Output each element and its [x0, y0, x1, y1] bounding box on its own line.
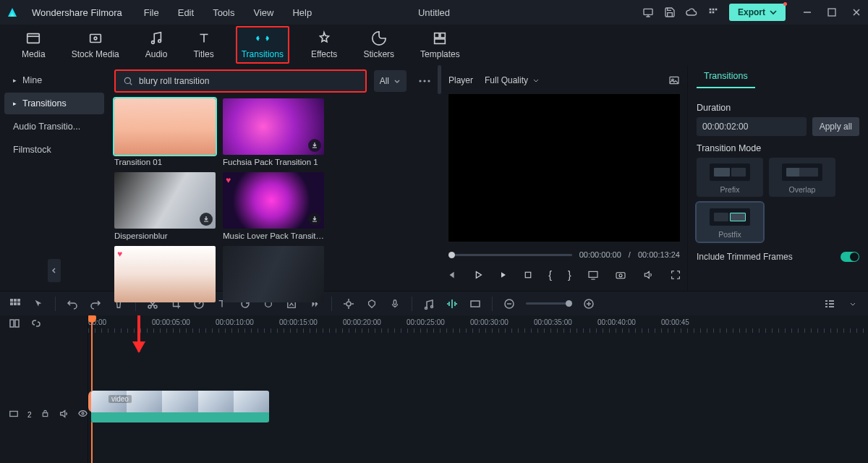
duration-input[interactable]: 00:00:02:00	[697, 117, 807, 136]
snapshot-icon[interactable]	[668, 75, 680, 86]
track-visibility-icon[interactable]	[77, 408, 88, 421]
play-fwd-icon[interactable]	[499, 269, 508, 281]
mark-out-icon[interactable]: }	[568, 269, 571, 281]
trimmed-frames-toggle[interactable]	[841, 252, 859, 262]
svg-rect-27	[10, 299, 13, 302]
menu-tools[interactable]: Tools	[213, 7, 234, 18]
volume-icon[interactable]	[642, 269, 654, 281]
category-sidebar: ▸Mine ▸Transitions Audio Transitio... Fi…	[0, 65, 109, 291]
svg-rect-30	[10, 302, 13, 305]
download-icon[interactable]	[308, 139, 321, 152]
window-minimize-icon[interactable]	[801, 7, 813, 18]
window-maximize-icon[interactable]	[826, 7, 838, 18]
sidebar-item-filmstock[interactable]: Filmstock	[4, 139, 104, 161]
camera-icon[interactable]	[615, 269, 626, 281]
track-lock-icon[interactable]	[41, 409, 50, 420]
properties-tab-transitions[interactable]: Transitions	[697, 65, 755, 88]
search-field[interactable]	[114, 69, 367, 93]
cloud-icon[interactable]	[686, 7, 697, 18]
svg-point-33	[148, 305, 151, 308]
zoom-slider[interactable]	[526, 302, 572, 305]
player-controls: { }	[448, 265, 680, 285]
menu-help[interactable]: Help	[292, 7, 312, 18]
mark-in-icon[interactable]: {	[548, 269, 552, 281]
svg-rect-9	[27, 34, 40, 43]
tab-media[interactable]: Media	[17, 27, 50, 62]
app-name: Wondershare Filmora	[32, 7, 122, 18]
mode-overlap[interactable]: Overlap	[769, 158, 835, 197]
search-icon	[123, 76, 133, 86]
apps-icon[interactable]	[707, 7, 719, 18]
svg-rect-46	[825, 303, 827, 305]
ruler-tick: 00:00:05:00	[152, 318, 190, 326]
scrollbar[interactable]	[438, 65, 441, 94]
undo-icon[interactable]	[66, 297, 79, 310]
link-icon[interactable]	[30, 318, 42, 331]
menu-edit[interactable]: Edit	[178, 7, 194, 18]
tab-effects[interactable]: Effects	[307, 27, 341, 62]
sidebar-item-mine[interactable]: ▸Mine	[4, 69, 104, 91]
tab-titles[interactable]: Titles	[189, 27, 218, 62]
play-icon[interactable]	[473, 269, 483, 281]
layout-icon[interactable]	[9, 297, 22, 310]
app-logo	[6, 6, 19, 19]
tab-audio[interactable]: Audio	[141, 27, 172, 62]
display-icon[interactable]	[587, 269, 599, 281]
menu-file[interactable]: File	[144, 7, 159, 18]
download-icon[interactable]	[308, 213, 321, 226]
sidebar-collapse-button[interactable]	[48, 259, 61, 282]
export-button[interactable]: Export	[729, 4, 786, 21]
track-reorder-icon[interactable]	[9, 318, 20, 331]
stop-icon[interactable]	[524, 269, 532, 281]
search-input[interactable]	[139, 76, 358, 86]
ratio-icon[interactable]	[469, 297, 482, 310]
playhead[interactable]	[91, 315, 93, 463]
tab-stickers[interactable]: Stickers	[359, 27, 399, 62]
zoom-out-icon[interactable]	[503, 297, 516, 310]
transition-thumb[interactable]: ♥	[114, 246, 216, 305]
redo-icon[interactable]	[89, 297, 102, 310]
tab-templates[interactable]: Templates	[416, 27, 464, 62]
time-current: 00:00:00:00	[579, 250, 621, 259]
svg-rect-16	[435, 39, 446, 43]
cursor-icon[interactable]	[32, 297, 45, 310]
auto-beat-icon[interactable]	[446, 297, 459, 310]
ruler-tick: 00:00:30:00	[470, 318, 509, 326]
quality-dropdown[interactable]: Full Quality	[485, 75, 540, 85]
menu-view[interactable]: View	[253, 7, 273, 18]
save-icon[interactable]	[664, 7, 676, 18]
sidebar-item-audio-transitions[interactable]: Audio Transitio...	[4, 116, 104, 137]
transition-thumb[interactable]: Transition 01	[114, 98, 216, 166]
more-button[interactable]	[414, 70, 435, 92]
svg-point-19	[423, 80, 425, 82]
mode-prefix[interactable]: Prefix	[697, 158, 763, 197]
video-preview[interactable]	[448, 94, 680, 242]
filter-dropdown[interactable]: All	[374, 70, 407, 92]
device-icon[interactable]	[642, 7, 654, 18]
tab-stock-media[interactable]: Stock Media	[67, 27, 124, 62]
top-tabs: Media Stock Media Audio Titles Transitio…	[0, 25, 868, 65]
transition-thumb[interactable]	[223, 246, 324, 305]
mode-postfix[interactable]: Postfix	[697, 203, 763, 242]
transition-thumb[interactable]: Dispersionblur	[114, 172, 216, 240]
transition-thumb[interactable]: Fuchsia Pack Transition 1	[223, 98, 324, 166]
prev-frame-icon[interactable]	[447, 269, 457, 281]
toolbar-more-icon[interactable]	[846, 297, 859, 310]
ruler-tick: 00:00:10:00	[216, 318, 254, 326]
window-close-icon[interactable]	[851, 7, 862, 18]
svg-rect-25	[616, 273, 625, 279]
fullscreen-icon[interactable]	[670, 269, 681, 281]
apply-all-button[interactable]: Apply all	[812, 117, 859, 136]
zoom-in-icon[interactable]	[582, 297, 595, 310]
timeline-tracks[interactable]: 00:0000:00:05:0000:00:10:0000:00:15:0000…	[88, 315, 868, 463]
list-view-icon[interactable]	[823, 297, 836, 310]
track-mute-icon[interactable]	[59, 409, 69, 421]
download-icon[interactable]	[200, 213, 213, 226]
video-clip[interactable]: video	[91, 391, 269, 422]
transition-thumb[interactable]: ♥Music Lover Pack Transition ...	[223, 172, 324, 240]
seek-bar[interactable]	[448, 254, 572, 256]
svg-rect-52	[15, 320, 19, 327]
svg-point-13	[158, 40, 161, 43]
sidebar-item-transitions[interactable]: ▸Transitions	[4, 93, 104, 114]
tab-transitions[interactable]: Transitions	[236, 26, 289, 64]
